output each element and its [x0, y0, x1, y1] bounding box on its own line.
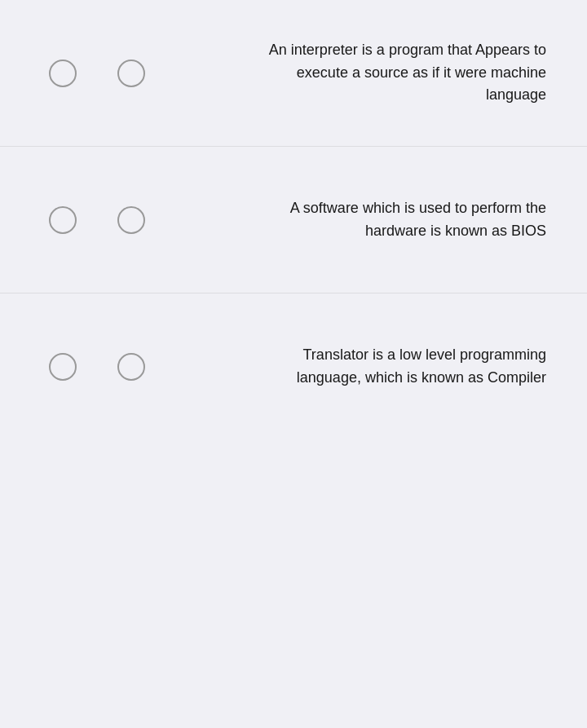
radio-option-3a[interactable]	[49, 353, 77, 381]
radio-option-1a[interactable]	[49, 60, 77, 87]
quiz-row-2: A software which is used to perform the …	[0, 147, 587, 293]
radio-group-1	[16, 60, 261, 87]
answer-text-2: A software which is used to perform the …	[261, 197, 571, 243]
radio-group-3	[16, 353, 261, 381]
quiz-container: An interpreter is a program that Appears…	[0, 0, 587, 440]
radio-option-1b[interactable]	[117, 60, 145, 87]
quiz-row-1: An interpreter is a program that Appears…	[0, 0, 587, 147]
radio-option-3b[interactable]	[117, 353, 145, 381]
radio-option-2b[interactable]	[117, 206, 145, 234]
quiz-row-3: Translator is a low level programming la…	[0, 293, 587, 440]
answer-text-1: An interpreter is a program that Appears…	[261, 39, 571, 108]
radio-option-2a[interactable]	[49, 206, 77, 234]
answer-text-3: Translator is a low level programming la…	[261, 344, 571, 390]
radio-group-2	[16, 206, 261, 234]
